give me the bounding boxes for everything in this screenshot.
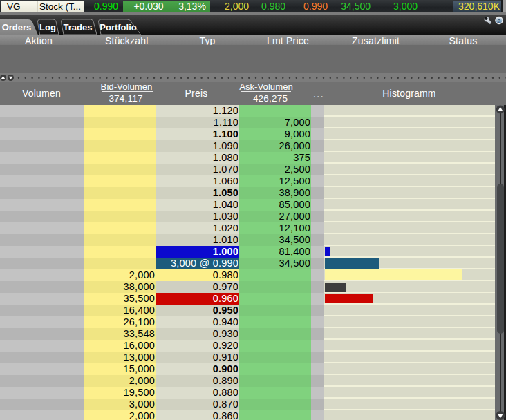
svg-text:Trades: Trades	[64, 22, 93, 32]
svg-text:?: ?	[498, 18, 501, 24]
svg-text:Log: Log	[39, 22, 56, 32]
svg-text:Portfolio: Portfolio	[100, 22, 136, 32]
svg-text:Orders: Orders	[2, 22, 32, 32]
